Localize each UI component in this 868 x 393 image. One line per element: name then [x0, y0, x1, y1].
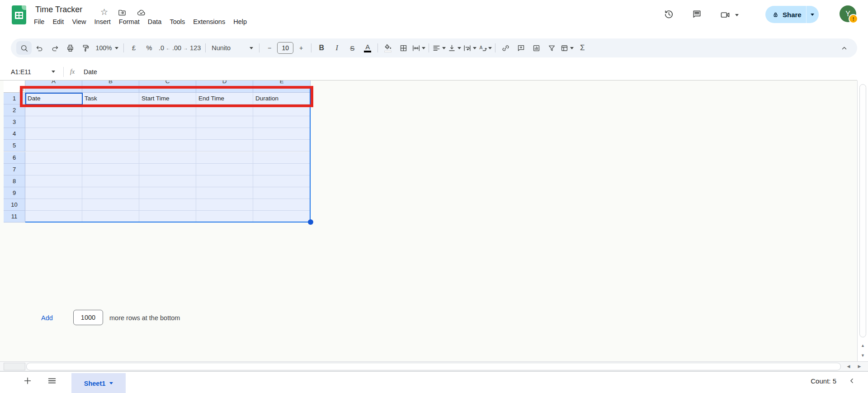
cell-C11[interactable]	[139, 211, 196, 223]
decrease-decimal-button[interactable]: .0←	[157, 41, 172, 55]
bold-button[interactable]: B	[314, 41, 329, 55]
fill-color-button[interactable]	[380, 41, 396, 55]
menu-data[interactable]: Data	[144, 16, 166, 27]
row-header-5[interactable]: 5	[4, 140, 25, 152]
cell-B10[interactable]	[82, 199, 139, 211]
cell-B8[interactable]	[82, 175, 139, 187]
text-rotation-button[interactable]: A	[477, 41, 493, 55]
row-header-7[interactable]: 7	[4, 164, 25, 175]
cell-E11[interactable]	[253, 211, 311, 223]
cell-B3[interactable]	[82, 116, 139, 128]
format-currency-button[interactable]: £	[126, 41, 142, 55]
status-count-badge[interactable]: Count: 5	[811, 377, 836, 385]
spreadsheet-grid[interactable]: ABCDE 1234567891011 DateTaskStart TimeEn…	[0, 80, 857, 361]
cell-E8[interactable]	[253, 175, 311, 187]
cell-C4[interactable]	[139, 128, 196, 140]
vertical-scrollbar-thumb[interactable]	[859, 84, 866, 337]
cell-D7[interactable]	[196, 164, 253, 175]
name-box-caret-icon[interactable]	[52, 71, 55, 73]
italic-button[interactable]: I	[329, 41, 344, 55]
menu-edit[interactable]: Edit	[48, 16, 68, 27]
menu-extensions[interactable]: Extensions	[189, 16, 229, 27]
comments-icon[interactable]	[692, 9, 702, 19]
cell-A7[interactable]	[25, 164, 82, 175]
row-header-8[interactable]: 8	[4, 175, 25, 187]
row-header-6[interactable]: 6	[4, 152, 25, 164]
menu-file[interactable]: File	[30, 16, 48, 27]
row-header-4[interactable]: 4	[4, 128, 25, 140]
insert-comment-button[interactable]	[513, 41, 528, 55]
cell-D8[interactable]	[196, 175, 253, 187]
cell-C8[interactable]	[139, 175, 196, 187]
scroll-left-icon[interactable]: ◀	[844, 362, 854, 371]
zoom-select[interactable]: 100%	[93, 41, 121, 55]
all-sheets-menu-icon[interactable]	[47, 376, 57, 386]
scroll-down-icon[interactable]: ▼	[858, 351, 868, 360]
text-color-button[interactable]: A	[360, 41, 375, 55]
cell-D9[interactable]	[196, 187, 253, 199]
cell-A4[interactable]	[25, 128, 82, 140]
vertical-scrollbar[interactable]: ▲ ▼	[857, 80, 868, 361]
cell-B7[interactable]	[82, 164, 139, 175]
cell-A6[interactable]	[25, 152, 82, 164]
cell-D3[interactable]	[196, 116, 253, 128]
menu-insert[interactable]: Insert	[90, 16, 115, 27]
scroll-up-icon[interactable]: ▲	[858, 341, 868, 350]
decrease-font-size-button[interactable]: −	[262, 41, 277, 55]
menu-tools[interactable]: Tools	[165, 16, 189, 27]
insert-chart-button[interactable]	[528, 41, 544, 55]
row-header-9[interactable]: 9	[4, 187, 25, 199]
row-header-3[interactable]: 3	[4, 116, 25, 128]
merge-cells-button[interactable]	[411, 41, 426, 55]
cell-B4[interactable]	[82, 128, 139, 140]
selection-fill-handle[interactable]	[308, 219, 313, 225]
undo-button[interactable]	[32, 41, 47, 55]
cell-C9[interactable]	[139, 187, 196, 199]
menu-help[interactable]: Help	[229, 16, 251, 27]
cell-C10[interactable]	[139, 199, 196, 211]
create-filter-button[interactable]	[544, 41, 559, 55]
cell-E7[interactable]	[253, 164, 311, 175]
cell-C7[interactable]	[139, 164, 196, 175]
font-select[interactable]: Nunito	[208, 41, 257, 55]
cell-D4[interactable]	[196, 128, 253, 140]
search-icon[interactable]	[16, 41, 32, 55]
cell-B6[interactable]	[82, 152, 139, 164]
paint-format-button[interactable]	[78, 41, 93, 55]
horizontal-scrollbar[interactable]: ◀ ▶	[0, 361, 868, 371]
menu-view[interactable]: View	[68, 16, 90, 27]
cell-E3[interactable]	[253, 116, 311, 128]
add-sheet-button[interactable]	[23, 376, 33, 386]
cell-A10[interactable]	[25, 199, 82, 211]
horizontal-align-button[interactable]	[431, 41, 447, 55]
borders-button[interactable]	[396, 41, 411, 55]
hide-toolbar-chevron-icon[interactable]	[836, 41, 852, 55]
version-history-icon[interactable]	[664, 9, 674, 19]
meet-camera-control[interactable]	[720, 9, 739, 20]
row-header-10[interactable]: 10	[4, 199, 25, 211]
font-size-input[interactable]: 10	[277, 42, 293, 54]
increase-decimal-button[interactable]: .00→	[172, 41, 188, 55]
cell-A9[interactable]	[25, 187, 82, 199]
vertical-align-button[interactable]	[447, 41, 462, 55]
cell-B9[interactable]	[82, 187, 139, 199]
functions-button[interactable]: Σ	[575, 41, 590, 55]
sheet-tab-sheet1[interactable]: Sheet1	[71, 373, 126, 393]
cell-C3[interactable]	[139, 116, 196, 128]
redo-button[interactable]	[47, 41, 62, 55]
cell-D6[interactable]	[196, 152, 253, 164]
cell-E5[interactable]	[253, 140, 311, 152]
share-button[interactable]: Share	[765, 6, 819, 23]
cell-E4[interactable]	[253, 128, 311, 140]
add-rows-count-input[interactable]	[73, 310, 103, 325]
cell-A5[interactable]	[25, 140, 82, 152]
cell-E10[interactable]	[253, 199, 311, 211]
name-box[interactable]: A1:E11	[11, 68, 50, 76]
move-folder-icon[interactable]	[118, 8, 127, 17]
cell-D11[interactable]	[196, 211, 253, 223]
cell-B5[interactable]	[82, 140, 139, 152]
print-button[interactable]	[62, 41, 78, 55]
collapse-panel-chevron-icon[interactable]	[847, 376, 856, 385]
cell-C6[interactable]	[139, 152, 196, 164]
row-header-11[interactable]: 11	[4, 211, 25, 223]
